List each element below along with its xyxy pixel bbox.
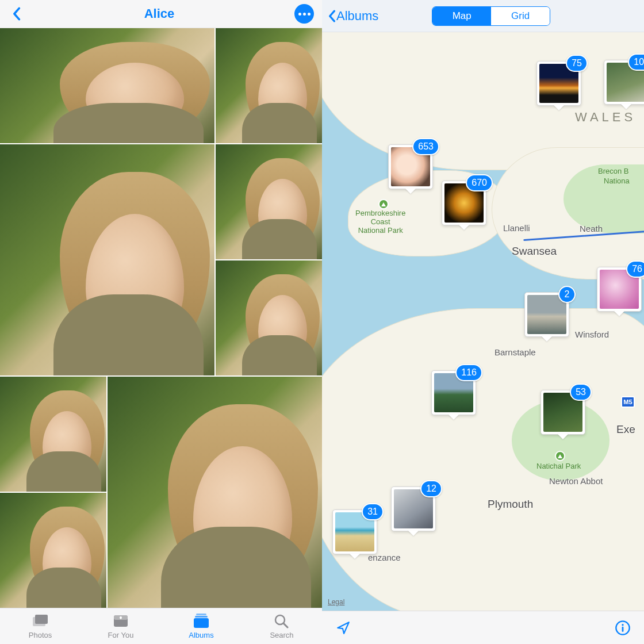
photo-thumb[interactable] [216, 28, 322, 143]
segment-map[interactable]: Map [432, 7, 491, 25]
back-button[interactable]: Albums [328, 9, 378, 24]
cluster-count-badge: 31 [362, 503, 384, 520]
chevron-left-icon [328, 10, 336, 22]
svg-rect-4 [196, 614, 206, 615]
park-marker-icon [378, 199, 389, 209]
places-map-screen: Albums Map Grid WALES Pembrokeshire Coas… [322, 0, 644, 644]
map-photo-cluster[interactable]: 12 [391, 486, 436, 531]
map-city-label: Swansea [512, 245, 557, 258]
svg-rect-5 [195, 616, 208, 618]
photo-thumb[interactable] [0, 377, 106, 492]
people-album-screen: Alice Photos For You Albums Search [0, 0, 322, 644]
park-label: Nationa [604, 177, 630, 186]
cluster-count-badge: 53 [570, 384, 592, 401]
map-photo-cluster[interactable]: 105 [604, 60, 644, 105]
foryou-icon [112, 614, 129, 628]
search-icon [273, 614, 290, 628]
map-city-label: Barnstaple [494, 347, 536, 357]
svg-line-8 [283, 623, 288, 627]
tab-label: Albums [189, 631, 213, 639]
photo-grid [0, 28, 322, 608]
cluster-thumb [527, 295, 566, 334]
tab-label: For You [108, 631, 134, 639]
map-city-label: Winsford [575, 329, 609, 339]
svg-rect-1 [35, 615, 48, 624]
tab-bar: Photos For You Albums Search [0, 608, 322, 644]
park-marker-icon [555, 451, 565, 461]
cluster-count-badge: 670 [466, 174, 493, 191]
page-title: Alice [144, 6, 175, 21]
photo-thumb[interactable] [0, 28, 214, 143]
back-button[interactable] [8, 6, 24, 22]
photo-thumb[interactable] [108, 377, 322, 608]
segment-grid[interactable]: Grid [491, 7, 550, 25]
photo-thumb[interactable] [216, 260, 322, 375]
more-button[interactable] [294, 4, 314, 24]
map-region-label: WALES [575, 110, 636, 125]
svg-rect-11 [622, 626, 624, 631]
nav-bar: Albums Map Grid [322, 0, 644, 32]
map-photo-cluster[interactable]: 653 [388, 144, 433, 189]
map-photo-cluster[interactable]: 116 [431, 370, 476, 415]
svg-rect-6 [194, 618, 209, 628]
map-photo-cluster[interactable]: 670 [442, 181, 486, 225]
road-shield: M5 [621, 396, 635, 408]
cluster-count-badge: 653 [412, 138, 439, 155]
map-photo-cluster[interactable]: 76 [597, 267, 642, 312]
photo-thumb[interactable] [0, 493, 106, 608]
tab-label: Photos [29, 631, 52, 639]
tab-photos[interactable]: Photos [0, 608, 80, 644]
cluster-count-badge: 12 [420, 480, 442, 497]
location-arrow-icon [336, 620, 351, 635]
park-label: Natichal Park [536, 462, 581, 471]
map-city-label: Exe [616, 423, 635, 436]
map-photo-cluster[interactable]: 2 [524, 292, 569, 337]
cluster-count-badge: 2 [558, 286, 576, 303]
photos-icon [32, 614, 49, 628]
cluster-count-badge: 116 [455, 364, 482, 381]
map-city-label: Neath [580, 224, 603, 233]
map-toolbar [322, 611, 644, 644]
map-info-button[interactable] [614, 619, 631, 637]
park-label: Pembrokeshire Coast National Park [355, 209, 405, 235]
map-city-label: Plymouth [488, 498, 533, 511]
map-city-label: Llanelli [503, 223, 530, 233]
tab-albums[interactable]: Albums [161, 608, 241, 644]
info-icon [615, 620, 631, 636]
albums-icon [193, 614, 210, 628]
map-legal-link[interactable]: Legal [328, 598, 344, 606]
cluster-count-badge: 75 [566, 55, 588, 72]
map-city-label: Newton Abbot [549, 476, 603, 486]
tab-label: Search [270, 631, 293, 639]
tab-search[interactable]: Search [241, 608, 322, 644]
chevron-left-icon [12, 7, 21, 21]
tab-foryou[interactable]: For You [80, 608, 161, 644]
map[interactable]: WALES Pembrokeshire Coast National Park … [322, 32, 644, 611]
park-label: Brecon B [598, 167, 628, 176]
photo-thumb[interactable] [216, 144, 322, 259]
locate-me-button[interactable] [335, 619, 352, 637]
nav-bar: Alice [0, 0, 322, 28]
back-label: Albums [336, 9, 378, 24]
map-photo-cluster[interactable]: 31 [332, 509, 377, 554]
map-photo-cluster[interactable]: 53 [540, 390, 585, 435]
segmented-control: Map Grid [432, 6, 550, 26]
cluster-count-badge: 76 [626, 260, 644, 278]
photo-thumb[interactable] [0, 144, 214, 375]
cluster-count-badge: 105 [628, 53, 644, 71]
svg-point-10 [622, 624, 623, 626]
map-photo-cluster[interactable]: 75 [536, 61, 581, 106]
